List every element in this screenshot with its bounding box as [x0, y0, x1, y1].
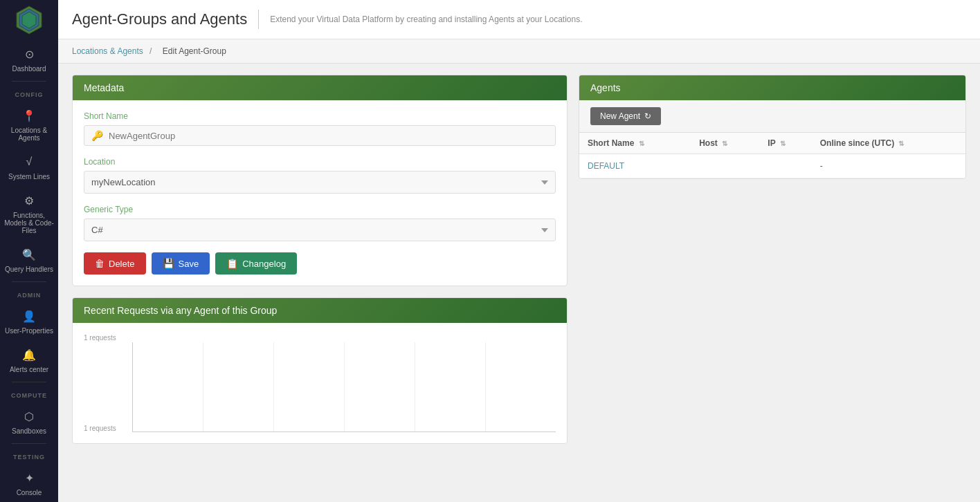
table-row: DEFAULT -: [579, 154, 965, 178]
agents-table-header-row: Short Name ⇅ Host ⇅ IP ⇅: [579, 133, 965, 154]
breadcrumb-current: Edit Agent-Group: [163, 46, 226, 56]
agent-short-name-cell[interactable]: DEFAULT: [579, 154, 691, 178]
refresh-icon: ↻: [644, 111, 651, 121]
breadcrumb-link-locations-agents[interactable]: Locations & Agents: [72, 46, 143, 56]
sort-icon-ip: ⇅: [780, 140, 786, 147]
form-buttons: 🗑 Delete 💾 Save 📋 Changelog: [84, 252, 556, 275]
changelog-button[interactable]: 📋 Changelog: [215, 252, 297, 275]
generic-type-label: Generic Type: [84, 205, 556, 214]
right-panel: Agents New Agent ↻ Short Name ⇅: [579, 75, 966, 491]
col-online-since: Online since (UTC) ⇅: [812, 133, 965, 154]
changelog-icon: 📋: [226, 258, 238, 269]
sidebar-divider-2: [12, 281, 46, 282]
functions-icon: ⚙: [20, 192, 38, 210]
app-logo: [0, 0, 58, 39]
sidebar-item-locations-agents[interactable]: 📍 Locations & Agents: [0, 101, 58, 147]
admin-section-label: ADMIN: [0, 292, 58, 299]
sort-icon-host: ⇅: [722, 140, 727, 147]
metadata-card-body: Short Name 🔑 Location myNewLocation othe…: [73, 100, 567, 286]
sidebar: ⊙ Dashboard CONFIG 📍 Locations & Agents …: [0, 0, 58, 502]
sidebar-item-user-properties[interactable]: 👤 User-Properties: [0, 301, 58, 340]
recent-requests-card: Recent Requests via any Agent of this Gr…: [72, 297, 568, 444]
metadata-card-header: Metadata: [73, 75, 567, 100]
sidebar-item-functions-models[interactable]: ⚙ Functions, Models & Code-Files: [0, 186, 58, 240]
sidebar-divider-3: [12, 382, 46, 382]
save-icon: 💾: [163, 258, 174, 269]
col-host: Host ⇅: [691, 133, 759, 154]
short-name-input[interactable]: [109, 131, 548, 141]
new-agent-button[interactable]: New Agent ↻: [590, 107, 661, 125]
agents-table: Short Name ⇅ Host ⇅ IP ⇅: [579, 133, 965, 178]
query-handlers-icon: 🔍: [20, 245, 38, 263]
short-name-label: Short Name: [84, 111, 556, 121]
key-icon: 🔑: [91, 130, 103, 141]
page-header: Agent-Groups and Agents Extend your Virt…: [58, 0, 980, 39]
breadcrumb: Locations & Agents / Edit Agent-Group: [58, 39, 980, 64]
agents-toolbar: New Agent ↻: [579, 100, 965, 133]
header-divider: [258, 10, 259, 29]
main-content: Agent-Groups and Agents Extend your Virt…: [58, 0, 980, 502]
agent-ip-cell: [759, 154, 811, 178]
metadata-card: Metadata Short Name 🔑 Location myNewLoca…: [72, 75, 568, 286]
sidebar-item-system-lines[interactable]: √ System Lines: [0, 147, 58, 186]
short-name-input-wrapper: 🔑: [84, 125, 556, 146]
agent-host-cell: [691, 154, 759, 178]
chart-y-label-bottom: 1 requests: [84, 425, 116, 432]
col-ip: IP ⇅: [759, 133, 811, 154]
config-section-label: CONFIG: [0, 91, 58, 98]
sidebar-item-query-handlers[interactable]: 🔍 Query Handlers: [0, 240, 58, 279]
sort-icon-online-since: ⇅: [898, 140, 904, 147]
trash-icon: 🗑: [95, 258, 105, 269]
agents-card-header: Agents: [579, 75, 965, 100]
user-icon: 👤: [20, 307, 38, 325]
page-subtitle: Extend your Virtual Data Platform by cre…: [270, 15, 582, 24]
agent-online-since-cell: -: [812, 154, 965, 178]
compute-section-label: COMPUTE: [0, 392, 58, 399]
generic-type-select[interactable]: C# Java Python: [84, 219, 556, 241]
short-name-group: Short Name 🔑: [84, 111, 556, 146]
location-group: Location myNewLocation otherLocation: [84, 157, 556, 194]
sidebar-divider-4: [12, 443, 46, 444]
sort-icon-short-name: ⇅: [639, 140, 644, 147]
agents-table-body: DEFAULT -: [579, 154, 965, 178]
chart-y-label-top: 1 requests: [84, 334, 116, 342]
testing-section-label: TESTING: [0, 454, 58, 461]
page-title: Agent-Groups and Agents: [72, 10, 247, 28]
sidebar-divider-1: [12, 81, 46, 82]
breadcrumb-separator: /: [149, 46, 152, 56]
system-lines-icon: √: [20, 153, 38, 171]
sandboxes-icon: ⬡: [20, 407, 38, 425]
delete-button[interactable]: 🗑 Delete: [84, 252, 146, 275]
chart-area: 1 requests 1 requests: [73, 323, 567, 443]
dashboard-icon: ⊙: [20, 45, 38, 63]
content-area: Metadata Short Name 🔑 Location myNewLoca…: [58, 64, 980, 502]
locations-icon: 📍: [20, 106, 38, 124]
left-panel: Metadata Short Name 🔑 Location myNewLoca…: [72, 75, 568, 491]
alerts-icon: 🔔: [20, 346, 38, 364]
sidebar-item-alerts-center[interactable]: 🔔 Alerts center: [0, 340, 58, 379]
sidebar-item-dashboard[interactable]: ⊙ Dashboard: [0, 39, 58, 78]
col-short-name: Short Name ⇅: [579, 133, 691, 154]
agents-card: Agents New Agent ↻ Short Name ⇅: [579, 75, 966, 179]
location-label: Location: [84, 157, 556, 167]
save-button[interactable]: 💾 Save: [152, 252, 210, 275]
sidebar-item-console[interactable]: ✦ Console: [0, 463, 58, 502]
generic-type-group: Generic Type C# Java Python: [84, 205, 556, 241]
sidebar-item-sandboxes[interactable]: ⬡ Sandboxes: [0, 402, 58, 440]
recent-requests-header: Recent Requests via any Agent of this Gr…: [73, 298, 567, 323]
location-select[interactable]: myNewLocation otherLocation: [84, 171, 556, 194]
console-icon: ✦: [20, 469, 38, 487]
